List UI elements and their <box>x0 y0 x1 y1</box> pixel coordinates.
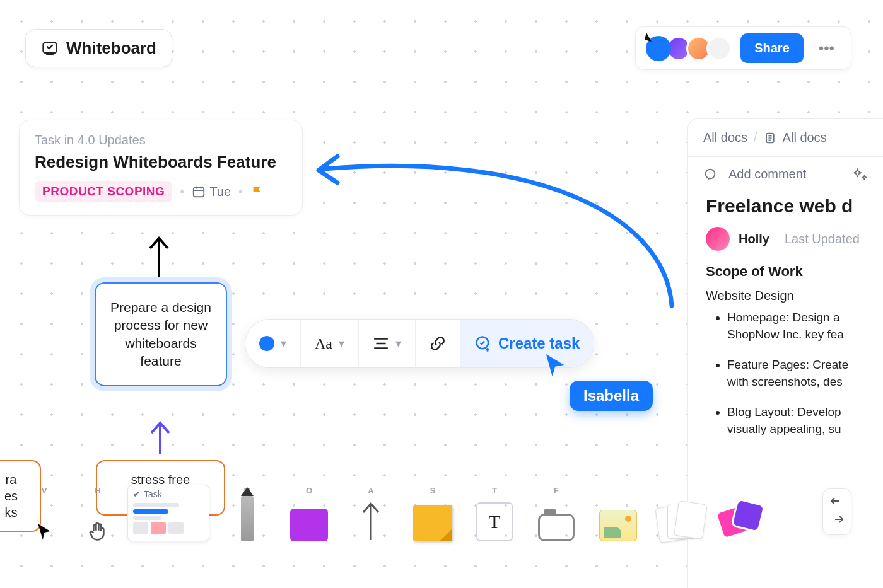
alignment-button[interactable]: ▾ <box>359 320 416 367</box>
create-task-button[interactable]: Create task <box>460 320 594 367</box>
calendar-icon <box>192 185 206 199</box>
comment-icon <box>703 168 717 182</box>
document-author-row: Holly Last Updated <box>706 227 868 251</box>
task-due-date[interactable]: Tue <box>192 185 231 199</box>
connector-icon <box>358 500 383 541</box>
link-button[interactable] <box>416 320 460 367</box>
tool-dock: V H ✔Task M O A S T T F <box>0 481 883 588</box>
author-name: Holly <box>739 232 769 246</box>
hand-icon <box>88 521 108 541</box>
connector-arrow[interactable] <box>148 419 173 458</box>
create-task-label: Create task <box>498 335 580 352</box>
frame-icon <box>538 514 575 541</box>
presence-cursor-avatar[interactable] <box>646 36 671 61</box>
ai-sparkle-icon[interactable] <box>854 168 868 182</box>
document-subheading: Website Design <box>706 289 868 303</box>
pencil-icon <box>241 496 254 541</box>
task-tool-preview: ✔Task <box>127 485 209 541</box>
task-tool[interactable]: ✔Task <box>121 481 216 541</box>
breadcrumb-link[interactable]: All docs <box>703 130 747 145</box>
task-breadcrumb: Task in 4.0 Updates <box>35 133 287 147</box>
color-swatch-icon <box>259 336 274 351</box>
check-circle-icon: ✔ <box>133 489 141 499</box>
document-icon <box>764 132 776 144</box>
document-heading: Scope of Work <box>706 263 868 280</box>
svg-rect-1 <box>194 188 204 197</box>
align-center-icon <box>373 337 389 350</box>
connector-arrow[interactable] <box>146 234 172 281</box>
whiteboard-title-chip[interactable]: Whiteboard <box>25 29 172 67</box>
shape-tool[interactable]: O <box>279 481 339 541</box>
card-stack-icon <box>657 502 703 541</box>
shape-icon <box>290 509 328 541</box>
share-button[interactable]: Share <box>740 33 804 63</box>
undo-button[interactable] <box>829 495 845 510</box>
document-bullet-list: Homepage: Design aShopNow Inc. key fea F… <box>706 309 868 438</box>
last-updated-label: Last Updated <box>785 232 860 246</box>
create-task-icon <box>474 335 492 352</box>
chevron-down-icon: ▾ <box>339 337 344 350</box>
whiteboard-icon <box>41 40 59 57</box>
undo-redo-panel <box>822 488 851 535</box>
task-title: Redesign Whiteboards Feature <box>35 153 287 172</box>
selection-toolbar: ▾ Aa ▾ ▾ Create task <box>245 319 594 368</box>
sticky-note-icon <box>413 505 452 541</box>
flag-icon[interactable] <box>250 185 264 199</box>
more-options-button[interactable]: ••• <box>812 36 841 61</box>
image-tool[interactable] <box>588 481 648 541</box>
text-style-button[interactable]: Aa ▾ <box>301 320 359 367</box>
undo-icon <box>829 495 845 508</box>
document-breadcrumbs: All docs / All docs <box>688 119 883 157</box>
separator-dot: • <box>238 185 243 199</box>
image-icon <box>599 510 637 541</box>
pointer-tool[interactable]: V <box>14 481 74 541</box>
hand-tool[interactable]: H <box>76 481 120 541</box>
connector-arrow-curved[interactable] <box>312 145 678 324</box>
sticky-note-text: Prepare a design process for new whitebo… <box>110 300 211 368</box>
task-card[interactable]: Task in 4.0 Updates Redesign Whiteboards… <box>19 120 303 216</box>
pen-tool[interactable]: M <box>217 481 278 541</box>
sticky-note-tool[interactable]: S <box>402 481 463 541</box>
list-item: Feature Pages: Createwith screenshots, d… <box>727 357 868 390</box>
svg-point-4 <box>706 169 715 178</box>
task-due-label: Tue <box>209 185 231 199</box>
collaborators-bar: Share ••• <box>635 26 851 70</box>
author-avatar[interactable] <box>706 227 730 251</box>
stamps-icon <box>718 500 765 541</box>
whiteboard-title: Whiteboard <box>66 38 156 58</box>
separator-dot: • <box>180 185 184 199</box>
list-item: Homepage: Design aShopNow Inc. key fea <box>727 309 868 343</box>
text-tool[interactable]: T T <box>464 481 525 541</box>
presence-avatars <box>646 36 732 61</box>
task-tag[interactable]: PRODUCT SCOPING <box>35 181 172 202</box>
text-style-icon: Aa <box>315 335 332 352</box>
redo-button[interactable] <box>829 514 845 528</box>
text-icon: T <box>476 502 513 541</box>
connector-tool[interactable]: A <box>341 481 401 541</box>
add-comment-button[interactable]: Add comment <box>728 167 806 182</box>
breadcrumb-link[interactable]: All docs <box>783 130 827 145</box>
separator: / <box>754 130 757 145</box>
task-meta: PRODUCT SCOPING • Tue • <box>35 181 287 202</box>
remote-cursor-label: Isabella <box>570 381 653 411</box>
color-picker-button[interactable]: ▾ <box>245 320 301 367</box>
remote-cursor-icon <box>544 352 566 380</box>
card-stack-tool[interactable] <box>650 481 710 541</box>
link-icon <box>430 335 446 352</box>
pointer-icon <box>36 522 52 541</box>
list-item: Blog Layout: Developvisually appealing, … <box>727 404 868 437</box>
stamps-tool[interactable] <box>711 481 772 541</box>
sticky-note[interactable]: Prepare a design process for new whitebo… <box>95 282 227 386</box>
avatar[interactable] <box>706 36 732 61</box>
redo-icon <box>829 514 845 526</box>
frame-tool[interactable]: F <box>526 481 587 541</box>
chevron-down-icon: ▾ <box>281 337 286 350</box>
chevron-down-icon: ▾ <box>395 337 401 350</box>
document-title[interactable]: Freelance web d <box>706 195 868 217</box>
